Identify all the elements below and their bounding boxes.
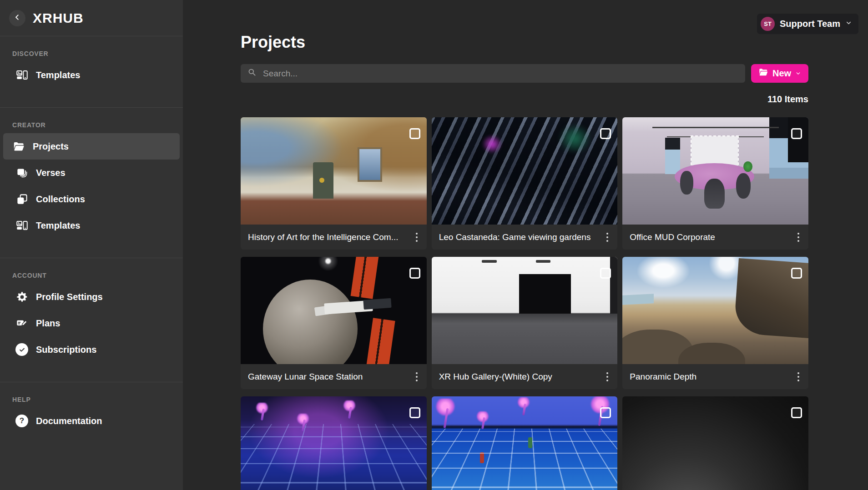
select-checkbox[interactable] bbox=[791, 128, 802, 139]
sidebar-item-templates[interactable]: Templates bbox=[3, 62, 180, 88]
chevron-down-icon bbox=[845, 20, 852, 28]
question-circle-icon: ? bbox=[15, 415, 28, 427]
sidebar-item-label: Verses bbox=[36, 168, 66, 178]
project-title: XR Hub Gallery-(White) Copy bbox=[439, 372, 552, 382]
select-checkbox[interactable] bbox=[409, 268, 420, 279]
project-card[interactable] bbox=[241, 396, 427, 490]
project-card[interactable]: Gateway Lunar Space Station bbox=[241, 257, 427, 389]
sidebar-item-templates-creator[interactable]: Templates bbox=[3, 212, 180, 239]
items-count: 110 Items bbox=[767, 94, 808, 105]
project-thumbnail[interactable] bbox=[432, 396, 618, 490]
project-card[interactable]: XR Hub Gallery-(White) Copy bbox=[432, 257, 618, 389]
project-thumbnail[interactable] bbox=[241, 257, 427, 364]
templates-icon bbox=[15, 219, 28, 232]
billing-card-icon bbox=[15, 317, 28, 330]
project-title: Office MUD Corporate bbox=[630, 232, 715, 242]
project-thumbnail[interactable] bbox=[622, 396, 808, 490]
select-checkbox[interactable] bbox=[600, 128, 611, 139]
project-thumbnail[interactable] bbox=[432, 117, 618, 225]
new-button-label: New bbox=[772, 68, 791, 79]
sidebar-item-label: Profile Settings bbox=[36, 292, 103, 302]
user-name: Support Team bbox=[780, 19, 840, 29]
project-title: Panoramic Depth bbox=[630, 372, 696, 382]
search-input[interactable] bbox=[263, 69, 738, 79]
project-card[interactable]: History of Art for the Intelligence Com.… bbox=[241, 117, 427, 250]
project-thumbnail[interactable] bbox=[241, 396, 427, 490]
layers-icon bbox=[15, 166, 28, 179]
app-logo: XRHUB bbox=[33, 10, 84, 26]
project-card[interactable] bbox=[622, 396, 808, 490]
toolbar: New bbox=[241, 64, 808, 83]
sidebar-item-subscriptions[interactable]: Subscriptions bbox=[3, 336, 180, 363]
sidebar-item-label: Documentation bbox=[36, 416, 102, 426]
more-options-button[interactable] bbox=[604, 370, 611, 384]
sidebar-item-label: Subscriptions bbox=[36, 345, 96, 355]
sidebar-item-verses[interactable]: Verses bbox=[3, 160, 180, 186]
sidebar-item-collections[interactable]: Collections bbox=[3, 186, 180, 212]
project-card[interactable]: Office MUD Corporate bbox=[622, 117, 808, 250]
project-thumbnail[interactable] bbox=[241, 117, 427, 225]
back-button[interactable] bbox=[9, 10, 25, 26]
project-title: Gateway Lunar Space Station bbox=[248, 372, 363, 382]
new-button[interactable]: New bbox=[751, 64, 808, 83]
project-card[interactable]: Panoramic Depth bbox=[622, 257, 808, 389]
select-checkbox[interactable] bbox=[791, 407, 802, 418]
project-card[interactable]: Leo Castaneda: Game viewing gardens bbox=[432, 117, 618, 250]
sidebar-item-profile-settings[interactable]: Profile Settings bbox=[3, 284, 180, 310]
projects-grid: History of Art for the Intelligence Com.… bbox=[241, 117, 808, 490]
folder-open-icon bbox=[758, 67, 768, 80]
select-checkbox[interactable] bbox=[600, 407, 611, 418]
gear-icon bbox=[15, 290, 28, 303]
sidebar-header: XRHUB bbox=[0, 0, 183, 36]
more-options-button[interactable] bbox=[795, 370, 802, 384]
project-thumbnail[interactable] bbox=[622, 117, 808, 225]
templates-icon bbox=[15, 69, 28, 81]
sidebar: XRHUB DISCOVER Templates CREATOR Project… bbox=[0, 0, 183, 490]
chevron-down-icon bbox=[795, 68, 801, 79]
project-card[interactable] bbox=[432, 396, 618, 490]
chevron-left-icon bbox=[13, 13, 21, 23]
sidebar-item-plans[interactable]: Plans bbox=[3, 310, 180, 336]
sidebar-item-label: Collections bbox=[36, 194, 85, 205]
page-title: Projects bbox=[241, 33, 305, 52]
folder-open-icon bbox=[12, 140, 25, 153]
avatar: ST bbox=[761, 17, 775, 31]
more-options-button[interactable] bbox=[413, 230, 420, 245]
sidebar-item-projects[interactable]: Projects bbox=[3, 133, 180, 160]
user-menu-button[interactable]: ST Support Team bbox=[757, 14, 858, 34]
sidebar-section-account: ACCOUNT Profile Settings Plans Subscript… bbox=[0, 258, 183, 363]
sidebar-item-label: Templates bbox=[36, 70, 80, 80]
sidebar-item-label: Templates bbox=[36, 220, 80, 231]
select-checkbox[interactable] bbox=[409, 128, 420, 139]
sidebar-item-label: Plans bbox=[36, 318, 60, 329]
section-label: ACCOUNT bbox=[12, 272, 183, 279]
more-options-button[interactable] bbox=[604, 230, 611, 245]
more-options-button[interactable] bbox=[795, 230, 802, 245]
sidebar-item-label: Projects bbox=[33, 141, 69, 152]
sidebar-section-creator: CREATOR Projects Verses Collections Temp… bbox=[0, 107, 183, 239]
project-title: History of Art for the Intelligence Com.… bbox=[248, 232, 399, 242]
sidebar-section-discover: DISCOVER Templates bbox=[0, 36, 183, 88]
search-icon bbox=[247, 68, 257, 79]
search-box[interactable] bbox=[241, 64, 745, 83]
section-label: DISCOVER bbox=[12, 50, 183, 57]
project-thumbnail[interactable] bbox=[432, 257, 618, 364]
sidebar-item-documentation[interactable]: ? Documentation bbox=[3, 408, 180, 434]
section-label: HELP bbox=[12, 396, 183, 403]
project-title: Leo Castaneda: Game viewing gardens bbox=[439, 232, 591, 242]
more-options-button[interactable] bbox=[413, 370, 420, 384]
select-checkbox[interactable] bbox=[791, 268, 802, 279]
project-thumbnail[interactable] bbox=[622, 257, 808, 364]
select-checkbox[interactable] bbox=[600, 268, 611, 279]
sidebar-section-help: HELP ? Documentation bbox=[0, 382, 183, 434]
check-circle-icon bbox=[15, 343, 28, 356]
collections-icon bbox=[15, 193, 28, 205]
select-checkbox[interactable] bbox=[409, 407, 420, 418]
section-label: CREATOR bbox=[12, 121, 183, 129]
